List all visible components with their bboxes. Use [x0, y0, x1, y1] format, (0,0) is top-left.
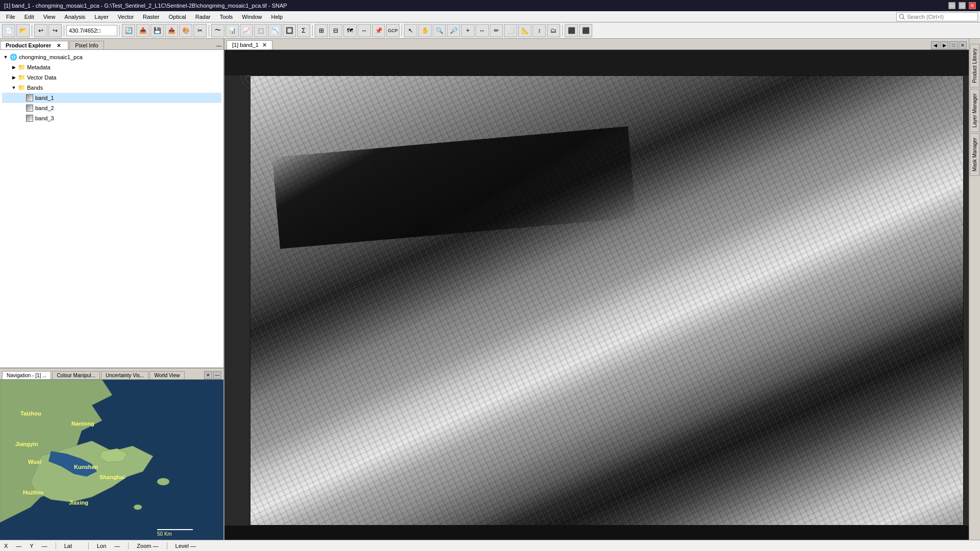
status-lat-label: Lat [64, 543, 72, 549]
tree-metadata[interactable]: ▶ 📁 Metadata [2, 62, 221, 72]
menu-layer[interactable]: Layer [90, 13, 113, 21]
label-jiaxing: Jiaxing [69, 500, 88, 506]
tree-band2[interactable]: band_2 [2, 103, 221, 113]
tab-colour-manip[interactable]: Colour Manipul... [52, 371, 100, 379]
spectrum-button[interactable]: 📊 [225, 24, 239, 37]
mosaic2-button[interactable]: ⊟ [329, 24, 342, 37]
tab-product-explorer[interactable]: Product Explorer ✕ [0, 41, 68, 49]
tab-uncertainty-vis[interactable]: Uncertainty Vis... [101, 371, 148, 379]
root-icon: 🌐 [9, 53, 17, 61]
export-button[interactable]: 📤 [165, 24, 178, 37]
status-lon-sep: — [114, 543, 120, 549]
menu-view[interactable]: View [39, 13, 60, 21]
coord-field[interactable] [66, 25, 117, 36]
menu-vector[interactable]: Vector [114, 13, 138, 21]
statistics-button[interactable]: Σ [297, 24, 310, 37]
menu-raster[interactable]: Raster [139, 13, 163, 21]
tab-pixel-info[interactable]: Pixel Info [69, 41, 104, 49]
new-button[interactable]: 📄 [2, 24, 15, 37]
toolbar-separator-7 [562, 25, 563, 36]
scatter-button[interactable]: ⬚ [254, 24, 267, 37]
img-close[interactable]: ✕ [959, 41, 967, 49]
main-area: Product Explorer ✕ Pixel Info — ▼ 🌐 chon… [0, 39, 980, 551]
bitmask-button[interactable]: 🔲 [283, 24, 296, 37]
menu-analysis[interactable]: Analysis [60, 13, 89, 21]
panel-minimize-btn2[interactable]: — [213, 371, 221, 379]
menu-help[interactable]: Help [267, 13, 287, 21]
product-explorer-close[interactable]: ✕ [55, 42, 63, 49]
tab-navigation[interactable]: Navigation - [1] ... [2, 371, 51, 379]
redo-button[interactable]: ↪ [48, 24, 62, 37]
gcp-button[interactable]: GCP [386, 24, 399, 37]
tree-vector-data[interactable]: ▶ 📁 Vector Data [2, 72, 221, 83]
menu-window[interactable]: Window [238, 13, 266, 21]
draw-button[interactable]: ✏ [490, 24, 503, 37]
zoom-fit-button[interactable]: 🔄 [122, 24, 135, 37]
panel-close-btn[interactable]: ✕ [204, 371, 212, 379]
label-taizhou: Taizhou [20, 410, 41, 416]
zoom-out-button[interactable]: 🔎 [447, 24, 460, 37]
reprojection-button[interactable]: 🗺 [343, 24, 357, 37]
roi-button[interactable]: ⬜ [504, 24, 517, 37]
save-product-button[interactable]: 💾 [150, 24, 164, 37]
panel-minimize-button[interactable]: — [214, 42, 223, 49]
side-tab-mask-manager[interactable]: Mask Manager [970, 133, 979, 176]
vector-folder-icon: 📁 [17, 73, 26, 82]
side-tab-layer-manager[interactable]: Layer Manager [970, 89, 979, 132]
layer-mgr-button[interactable]: 🗂 [547, 24, 560, 37]
img-scroll-right[interactable]: ▶ [940, 41, 948, 49]
img-scroll-left[interactable]: ◀ [931, 41, 939, 49]
zoom-100-button[interactable]: + [461, 24, 474, 37]
open-product-button[interactable]: 📥 [136, 24, 149, 37]
profile-button[interactable]: 📉 [268, 24, 282, 37]
status-sep-1 [56, 542, 56, 549]
minimize-button[interactable]: — [948, 2, 956, 9]
tree-band3[interactable]: band_3 [2, 113, 221, 123]
measure-button[interactable]: 📐 [518, 24, 532, 37]
pointer-button[interactable]: ↖ [404, 24, 417, 37]
zoom-fit2-button[interactable]: ↔ [475, 24, 489, 37]
color-button[interactable]: 🎨 [179, 24, 192, 37]
mosaic-button[interactable]: ⊞ [315, 24, 328, 37]
range-button[interactable]: ↕ [533, 24, 546, 37]
tab-band1-image[interactable]: [1] band_1 ✕ [227, 40, 272, 49]
menu-optical[interactable]: Optical [164, 13, 190, 21]
pin-button[interactable]: 📌 [372, 24, 385, 37]
tree-band1[interactable]: band_1 [2, 93, 221, 103]
menu-edit[interactable]: Edit [20, 13, 38, 21]
tab-world-view[interactable]: World View [149, 371, 184, 379]
zoom-in-button[interactable]: 🔍 [433, 24, 446, 37]
img-maximize[interactable]: □ [949, 41, 958, 49]
tree-root[interactable]: ▼ 🌐 chongming_mosaic1_pca [2, 52, 221, 62]
resample-button[interactable]: ↔ [358, 24, 371, 37]
histogram-button[interactable]: 📈 [240, 24, 253, 37]
close-button[interactable]: ✕ [969, 2, 976, 9]
expand-button[interactable]: ⬛ [565, 24, 578, 37]
status-sep-3 [128, 542, 129, 549]
tree-bands[interactable]: ▼ 📁 Bands [2, 83, 221, 93]
maximize-button[interactable]: □ [959, 2, 966, 9]
status-bar: X — Y — Lat Lon — Zoom — Level — [0, 540, 980, 551]
subset-button[interactable]: ✂ [193, 24, 207, 37]
menu-bar: File Edit View Analysis Layer Vector Ras… [0, 11, 980, 22]
svg-point-0 [157, 478, 169, 485]
image-top-bar [224, 50, 969, 75]
open-button[interactable]: 📂 [16, 24, 30, 37]
collapse-button[interactable]: ⬛ [579, 24, 592, 37]
undo-button[interactable]: ↩ [34, 24, 47, 37]
menu-radar[interactable]: Radar [191, 13, 215, 21]
map-svg [0, 380, 223, 551]
sar-image [250, 75, 964, 526]
pan-button[interactable]: ✋ [418, 24, 432, 37]
bottom-panel-controls: ✕ — [204, 371, 221, 379]
band2-label: band_2 [35, 105, 54, 111]
map-view[interactable]: Taizhou Nantong Jiangyin Wuxi Kunshan Sh… [0, 380, 223, 551]
search-input[interactable] [896, 12, 978, 21]
bands-arrow: ▼ [10, 85, 17, 90]
menu-tools[interactable]: Tools [216, 13, 237, 21]
image-viewport[interactable] [224, 50, 969, 551]
waveform-button[interactable]: 〜 [211, 24, 224, 37]
menu-file[interactable]: File [2, 13, 19, 21]
side-tab-product-library[interactable]: Product Library [970, 44, 979, 88]
image-tab-close[interactable]: ✕ [262, 42, 267, 48]
